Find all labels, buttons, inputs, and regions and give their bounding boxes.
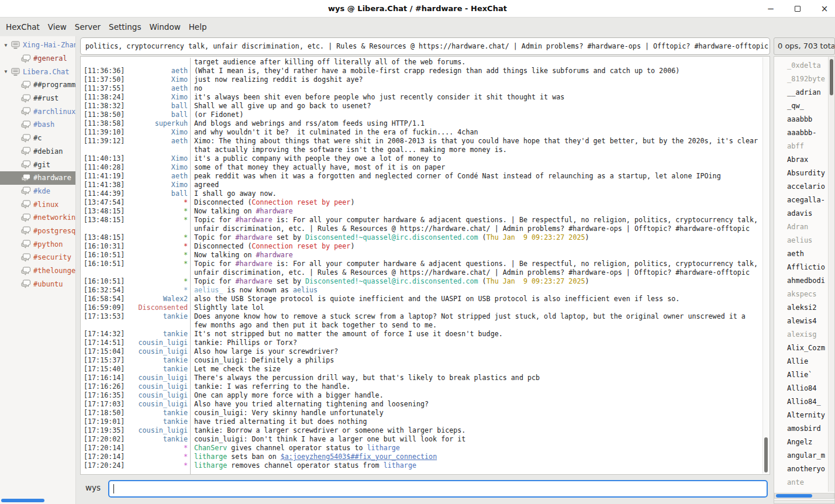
user-list-item-adrian[interactable]: __adrian: [774, 86, 828, 99]
sidebar-item-archlinux[interactable]: #archlinux: [0, 105, 75, 118]
channel-link[interactable]: $a:joeyzheng5403$##fix_your_connection: [281, 453, 437, 461]
menu-window[interactable]: Window: [145, 18, 184, 36]
user-list-item-abff[interactable]: abff: [774, 140, 828, 153]
user-list-item-angelz[interactable]: Angelz: [774, 436, 828, 449]
timestamp: [11:40:28]: [81, 163, 125, 172]
user-list-item-angular-m[interactable]: angular_m: [774, 449, 828, 462]
nick: tankie: [125, 409, 188, 417]
sidebar-item-linux[interactable]: #linux: [0, 198, 75, 211]
timestamp: [17:16:35]: [81, 391, 125, 400]
user-list-item-aaabbb[interactable]: aaabbb: [774, 113, 828, 126]
message-segment: tankie: I was referring to the handle.: [194, 382, 350, 391]
chat-line: [16:10:51]*Topic for #hardware is: For a…: [81, 260, 762, 277]
user-list-item-akspecs[interactable]: akspecs: [774, 288, 828, 301]
chat-line: [11:38:32]ballShall we all give up and g…: [81, 102, 762, 111]
sidebar-item-c[interactable]: #c: [0, 132, 75, 145]
sidebar-item-git[interactable]: #git: [0, 158, 75, 171]
topic-input[interactable]: politics, cryptocurrency talk, unfair di…: [80, 37, 770, 55]
nick: cousin_luigi: [125, 391, 188, 400]
user-list-item-ahmedbodi[interactable]: ahmedbodi: [774, 274, 828, 288]
sidebar-item-rust[interactable]: ##rust: [0, 92, 75, 105]
user-list-item-8192byte[interactable]: _8192byte: [774, 73, 828, 86]
user-list-item-afflictio[interactable]: Afflictio: [774, 261, 828, 274]
chat-line: [17:19:35]cousin_luigitankie: Borrow a l…: [81, 426, 762, 435]
minimize-button[interactable]: −: [766, 0, 775, 18]
user-list-item-adran[interactable]: Adran: [774, 220, 828, 234]
message-segment: litharge: [367, 444, 400, 452]
chat-line: [11:39:10]Ximoand why wouldn't it be? it…: [81, 128, 762, 137]
chat-scrollbar[interactable]: [762, 57, 769, 474]
user-list-item-alix-cozm[interactable]: Alix_Cozm: [774, 341, 828, 355]
tree-horizontal-scrollbar[interactable]: [0, 498, 76, 503]
nick: cousin_luigi: [125, 374, 188, 382]
user-list-item-anotheryo[interactable]: anotheryo: [774, 462, 828, 476]
user-list-item-aleksi2[interactable]: aleksi2: [774, 301, 828, 315]
menu-view[interactable]: View: [44, 18, 71, 36]
chat-line: [17:16:35]cousin_luigiOne can apply more…: [81, 391, 762, 400]
expander-icon[interactable]: ▼: [2, 43, 10, 48]
user-list-item-0xdelta[interactable]: _0xdelta: [774, 59, 828, 73]
channel-icon: [21, 240, 31, 248]
menu-help[interactable]: Help: [185, 18, 211, 36]
message-segment: also the USB Storage protocol is quiote …: [194, 295, 679, 303]
user-list-item-allie[interactable]: Allie`: [774, 368, 828, 382]
message-input[interactable]: [108, 480, 768, 498]
user-list-item-alewis4[interactable]: alewis4: [774, 315, 828, 328]
user-list-item-abrax[interactable]: Abrax: [774, 153, 828, 167]
sidebar-item-security[interactable]: #security: [0, 251, 75, 264]
message-segment: it's always been shit even before people…: [194, 93, 564, 101]
close-button[interactable]: ×: [820, 0, 829, 18]
sidebar-item-general[interactable]: #general: [0, 52, 75, 65]
user-list-item-adavis[interactable]: adavis: [774, 207, 828, 220]
user-list-item-alternity[interactable]: Alternity: [774, 409, 828, 422]
user-list-item-allio84[interactable]: Allio84_: [774, 395, 828, 409]
menu-settings[interactable]: Settings: [105, 18, 145, 36]
menu-bar: HexChatViewServerSettingsWindowHelp: [0, 18, 835, 36]
sidebar-item-programming[interactable]: ##programming: [0, 78, 75, 92]
timestamp: [81, 470, 125, 474]
message-segment: Does anyone know how to remove a stuck s…: [194, 312, 750, 329]
sidebar-item-networking[interactable]: #networking: [0, 211, 75, 225]
user-list-item-amosbird[interactable]: amosbird: [774, 422, 828, 436]
user-list-item-ante[interactable]: ante: [774, 476, 828, 489]
tree-hscroll-thumb[interactable]: [1, 499, 44, 502]
menu-hexchat[interactable]: HexChat: [2, 18, 44, 36]
message-segment: And blogs and webrings and rss/atom feed…: [194, 119, 425, 127]
user-list-item-alexisg[interactable]: alexisg: [774, 328, 828, 341]
message-segment: is: For all your computer hardware & adj…: [194, 216, 762, 233]
menu-server[interactable]: Server: [71, 18, 105, 36]
userlist-horizontal-scrollbar[interactable]: [774, 493, 834, 499]
message-text: agreed: [190, 181, 760, 189]
message-segment: is now known as: [223, 286, 293, 294]
sidebar-item-postgresql[interactable]: #postgresql: [0, 225, 75, 238]
sidebar-item-xing-hai-zhan[interactable]: ▼Xing-Hai-Zhan: [0, 39, 75, 52]
user-list-item-qw[interactable]: _qw_: [774, 99, 828, 113]
user-list-item-aaabbb[interactable]: aaabbb-: [774, 126, 828, 140]
sidebar-item-bash[interactable]: #bash: [0, 118, 75, 132]
event-star: *: [125, 251, 188, 260]
userlist-hscroll-thumb[interactable]: [776, 494, 812, 498]
sidebar-item-ubuntu[interactable]: #ubuntu: [0, 277, 75, 291]
sidebar-item-python[interactable]: #python: [0, 237, 75, 251]
timestamp: [17:15:37]: [81, 356, 125, 365]
chat-scroll-thumb[interactable]: [764, 437, 768, 472]
message-text: and why wouldn't it be? it culminated in…: [190, 128, 760, 137]
user-list-item-acegalla[interactable]: acegalla-: [774, 194, 828, 207]
sidebar-item-thelounge[interactable]: #thelounge: [0, 264, 75, 278]
user-list-item-aeth[interactable]: aeth: [774, 247, 828, 261]
message-segment: Disconsented!~quassel@irc.disconsented.c…: [305, 233, 478, 241]
sidebar-item-hardware[interactable]: #hardware: [0, 171, 75, 185]
user-list-item-aelius[interactable]: aelius: [774, 234, 828, 247]
user-list-item-accelario[interactable]: accelario: [774, 180, 828, 194]
sidebar-item-libera-chat[interactable]: ▼Libera.Chat: [0, 65, 75, 78]
userlist-scrollbar[interactable]: [828, 57, 834, 492]
expander-icon[interactable]: ▼: [2, 69, 10, 74]
message-segment: set by: [272, 277, 305, 285]
maximize-button[interactable]: [793, 0, 802, 18]
userlist-scroll-thumb[interactable]: [830, 59, 833, 95]
user-list-item-absurdity[interactable]: Absurdity: [774, 167, 828, 180]
sidebar-item-debian[interactable]: #debian: [0, 145, 75, 158]
user-list-item-allio84[interactable]: Allio84: [774, 382, 828, 395]
sidebar-item-kde[interactable]: #kde: [0, 185, 75, 198]
user-list-item-allie[interactable]: Allie: [774, 355, 828, 368]
